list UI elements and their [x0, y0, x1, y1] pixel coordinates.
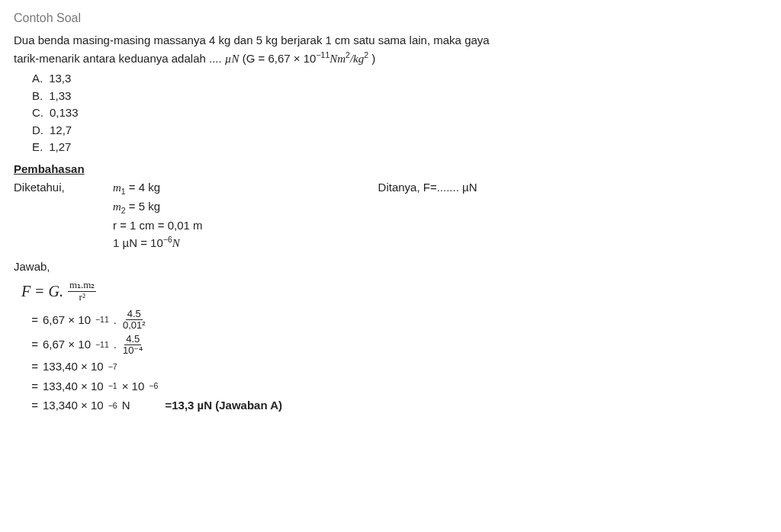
step-2: = 6,67 × 10−11 . 4.5 10⁻⁴ [27, 334, 767, 357]
equals-sign: = [27, 378, 38, 396]
coef: 6,67 × 10 [43, 312, 91, 329]
var-m: m [113, 200, 121, 213]
fraction-denominator: 10⁻⁴ [121, 345, 144, 356]
option-letter: B. [32, 88, 43, 105]
option-e: E.1,27 [32, 139, 767, 156]
g-exp: −11 [316, 50, 329, 59]
equals-sign: = [27, 358, 38, 376]
mu-val: 10 [150, 236, 163, 249]
step-5: = 13,340 × 10−6 N =13,3 µN (Jawaban A) [27, 397, 767, 415]
option-c: C.0,133 [32, 104, 767, 122]
exp: −11 [95, 339, 109, 351]
option-letter: A. [32, 70, 43, 88]
option-a: A.13,3 [32, 70, 767, 88]
exp: −7 [108, 361, 117, 373]
known-label: Diketahui, [14, 179, 113, 197]
step-mid: × 10 [122, 378, 145, 396]
fraction-denominator: 0,01² [121, 320, 147, 331]
answer-label: Jawab, [14, 258, 767, 276]
asked-label: Ditanya, F=....... µN [378, 179, 477, 197]
option-letter: D. [32, 122, 43, 139]
mu-unit: N [172, 237, 180, 249]
step-1: = 6,67 × 10−11 . 4.5 0,01² [27, 309, 767, 332]
option-letter: C. [32, 104, 43, 122]
dot: . [114, 336, 117, 354]
option-text: 1,33 [49, 88, 71, 105]
options-list: A.13,3 B.1,33 C.0,133 D.12,7 E.1,27 [32, 70, 767, 156]
solution-heading: Pembahasan [14, 161, 767, 178]
step-text: 133,40 × 10 [43, 358, 104, 376]
g-value: 6,67 × 10 [268, 52, 316, 65]
exp-1: −1 [108, 380, 117, 393]
option-text: 0,133 [50, 104, 79, 122]
problem-prefix: tarik-menarik antara keduanya adalah ...… [14, 52, 225, 65]
var-m: m [113, 181, 121, 194]
problem-line-1: Dua benda masing-masing massanya 4 kg da… [14, 32, 767, 50]
problem-text: Dua benda masing-masing massanya 4 kg da… [14, 32, 767, 67]
calculation-steps: = 6,67 × 10−11 . 4.5 0,01² = 6,67 × 10−1… [27, 309, 767, 415]
section-title: Contoh Soal [14, 9, 767, 27]
m1-val: = 4 kg [126, 181, 160, 194]
g-close: ) [368, 52, 375, 65]
m2-val: = 5 kg [126, 200, 160, 213]
mu-exp: −6 [163, 235, 172, 244]
step-3: = 133,40 × 10−7 [27, 358, 767, 376]
step-4: = 133,40 × 10−1 × 10−6 [27, 378, 767, 396]
g-unit-slash: /kg [350, 53, 364, 65]
option-b: B.1,33 [32, 88, 767, 105]
equals-sign: = [27, 312, 38, 329]
exp: −11 [95, 314, 109, 326]
problem-line-2: tarik-menarik antara keduanya adalah ...… [14, 50, 767, 68]
equals-sign: = [27, 336, 38, 354]
known-r: r = 1 cm = 0,01 m [113, 217, 203, 235]
var-f: F [21, 280, 31, 303]
known-mu: 1 µN = 10−6N [113, 234, 203, 252]
coef: 6,67 × 10 [43, 336, 91, 354]
g-unit-n: Nm [329, 53, 346, 65]
option-d: D.12,7 [32, 122, 767, 139]
unit-n: N [122, 397, 130, 415]
fraction-numerator: 4.5 [124, 334, 141, 345]
equals-sign: = [35, 280, 43, 303]
known-values: m1 = 4 kg m2 = 5 kg r = 1 cm = 0,01 m 1 … [113, 179, 203, 252]
known-row: Diketahui, m1 = 4 kg m2 = 5 kg r = 1 cm … [14, 179, 767, 252]
fraction: m₁.m₂ r² [68, 280, 96, 303]
option-text: 13,3 [49, 70, 71, 88]
fraction: 4.5 10⁻⁴ [121, 334, 144, 357]
option-text: 1,27 [49, 139, 71, 156]
var-g: G. [49, 280, 63, 303]
exp-2: −6 [149, 380, 158, 393]
exp: −6 [108, 400, 117, 412]
step-text: 133,40 × 10 [43, 378, 104, 396]
fraction-numerator: m₁.m₂ [68, 280, 96, 291]
step-text: 13,340 × 10 [43, 397, 104, 415]
known-m2: m2 = 5 kg [113, 198, 203, 217]
unit-micro-n: µN [225, 53, 239, 65]
mu-prefix: 1 µN = [113, 236, 150, 249]
known-m1: m1 = 4 kg [113, 179, 203, 198]
g-open: (G = [239, 52, 268, 65]
option-text: 12,7 [50, 122, 72, 139]
equals-sign: = [27, 397, 38, 415]
fraction: 4.5 0,01² [121, 309, 147, 332]
fraction-denominator: r² [78, 292, 87, 303]
fraction-numerator: 4.5 [126, 309, 143, 320]
main-formula: F = G. m₁.m₂ r² [21, 280, 767, 303]
final-answer: =13,3 µN (Jawaban A) [166, 397, 283, 415]
dot: . [114, 312, 117, 329]
option-letter: E. [32, 139, 43, 156]
